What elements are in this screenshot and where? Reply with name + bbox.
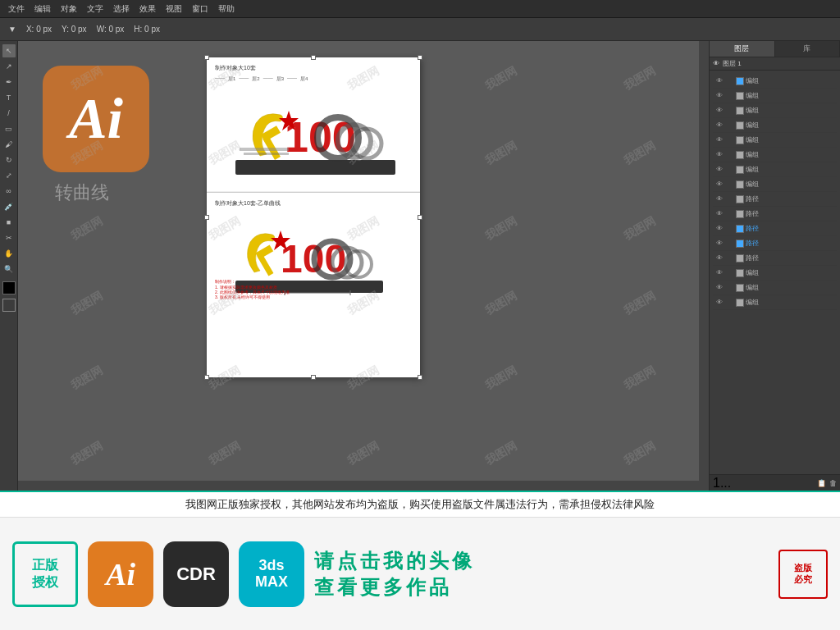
- layer-lock-icon[interactable]: [726, 225, 734, 233]
- layer-eye-icon[interactable]: 👁: [714, 76, 724, 86]
- layer-item[interactable]: 👁编组: [713, 89, 837, 103]
- layer-item[interactable]: 👁编组: [713, 177, 837, 192]
- menu-edit[interactable]: 编辑: [30, 3, 56, 15]
- layer-item[interactable]: 👁路径: [713, 236, 837, 251]
- layer-item[interactable]: 👁编组: [713, 162, 837, 177]
- layer-eye-icon[interactable]: 👁: [714, 194, 724, 204]
- stroke-color[interactable]: [2, 299, 16, 312]
- layer-eye-icon[interactable]: 👁: [714, 91, 724, 101]
- layer-item[interactable]: 👁编组: [713, 281, 837, 295]
- layer-item[interactable]: 👁编组: [713, 266, 837, 281]
- layer-eye-icon[interactable]: 👁: [714, 121, 724, 130]
- handle-tm[interactable]: [311, 55, 316, 60]
- layer-lock-icon[interactable]: [726, 284, 734, 292]
- layer-lock-icon[interactable]: [726, 151, 734, 159]
- layer-item[interactable]: 👁编组: [713, 133, 837, 148]
- handle-tr[interactable]: [418, 55, 422, 60]
- w-option[interactable]: W: 0 px: [94, 23, 128, 35]
- layer-eye-icon[interactable]: 👁: [714, 298, 724, 308]
- menu-view[interactable]: 视图: [161, 3, 187, 15]
- layer-lock-icon[interactable]: [726, 299, 734, 307]
- doc-image-area1: 100: [215, 86, 412, 185]
- select-tool[interactable]: ↖: [2, 44, 16, 57]
- layer-color-swatch: [736, 299, 744, 307]
- layer-eye-icon[interactable]: 👁: [714, 283, 724, 293]
- layer-eye-icon[interactable]: 👁: [714, 135, 724, 145]
- blend-tool[interactable]: ∞: [2, 185, 16, 198]
- zoom-tool[interactable]: 🔍: [2, 262, 16, 276]
- doc-footer: 制作说明： 1. 请根据实际需求更改颜色及材质 2. 此图纸仅供参考，具体尺寸以…: [215, 279, 290, 299]
- layer-eye-icon[interactable]: 👁: [714, 209, 724, 219]
- layer-lock-icon[interactable]: [726, 269, 734, 277]
- direct-select-tool[interactable]: ↗: [2, 60, 16, 73]
- tab-library[interactable]: 库: [775, 41, 841, 57]
- layer-item[interactable]: 👁编组: [713, 103, 837, 118]
- layer-eye-icon[interactable]: 👁: [714, 268, 724, 278]
- layer-eye-icon[interactable]: 👁: [714, 106, 724, 116]
- layer-lock-icon[interactable]: [726, 254, 734, 262]
- max-badge[interactable]: 3ds MAX: [239, 541, 304, 607]
- layer-item[interactable]: 👁编组: [713, 148, 837, 162]
- transform-option[interactable]: X: 0 px: [23, 23, 55, 35]
- layer-item[interactable]: 👁路径: [713, 192, 837, 207]
- layer-item[interactable]: 👁路径: [713, 221, 837, 236]
- hand-tool[interactable]: ✋: [2, 247, 16, 260]
- handle-br[interactable]: [418, 375, 422, 380]
- layer-lock-icon[interactable]: [726, 166, 734, 174]
- menu-text[interactable]: 文字: [82, 3, 108, 15]
- layer-eye-icon[interactable]: 👁: [714, 224, 724, 234]
- h-option[interactable]: H: 0 px: [130, 23, 163, 35]
- pen-tool[interactable]: ✒: [2, 75, 16, 89]
- layer-lock-icon[interactable]: [726, 240, 734, 248]
- handle-bl[interactable]: [204, 375, 209, 380]
- scroll-bottom[interactable]: [18, 481, 709, 491]
- legend: ——层1 ——层2 ——层3 ——层4: [215, 75, 412, 83]
- tab-layers[interactable]: 图层: [710, 41, 775, 57]
- layer-item[interactable]: 👁路径: [713, 251, 837, 266]
- menu-help[interactable]: 帮助: [213, 3, 240, 15]
- gradient-tool[interactable]: ■: [2, 216, 16, 229]
- menu-window[interactable]: 窗口: [187, 3, 213, 15]
- panel-content[interactable]: 👁编组👁编组👁编组👁编组👁编组👁编组👁编组👁编组👁路径👁路径👁路径👁路径👁路径👁…: [710, 71, 840, 474]
- scale-tool[interactable]: ⤢: [2, 169, 16, 182]
- layer-lock-icon[interactable]: [726, 210, 734, 218]
- menu-file[interactable]: 文件: [3, 3, 30, 15]
- layer-lock-icon[interactable]: [726, 195, 734, 203]
- scissors-tool[interactable]: ✂: [2, 231, 16, 244]
- layer-item[interactable]: 👁编组: [713, 295, 837, 310]
- line-tool[interactable]: /: [2, 107, 16, 120]
- menu-select[interactable]: 选择: [108, 3, 135, 15]
- layer-item[interactable]: 👁编组: [713, 74, 837, 89]
- brush-tool[interactable]: 🖌: [2, 138, 16, 151]
- ai-badge-bottom[interactable]: Ai: [88, 541, 153, 607]
- rotate-tool[interactable]: ↻: [2, 153, 16, 167]
- layer-lock-icon[interactable]: [726, 92, 734, 100]
- layer-eye-icon[interactable]: 👁: [714, 239, 724, 249]
- rect-tool[interactable]: ▭: [2, 122, 16, 135]
- layer-eye-icon[interactable]: 👁: [714, 253, 724, 263]
- canvas-area[interactable]: 我图网 我图网 我图网 我图网 我图网 我图网 我图网 我图网 我图网 我图网 …: [18, 41, 709, 491]
- type-tool[interactable]: T: [2, 91, 16, 104]
- select-tool-option[interactable]: ▼: [5, 23, 20, 35]
- scroll-right[interactable]: [699, 41, 709, 491]
- fill-color[interactable]: [2, 281, 16, 294]
- layer-eye-icon[interactable]: 👁: [714, 180, 724, 189]
- layer-eye-icon[interactable]: 👁: [714, 150, 724, 160]
- layer-lock-icon[interactable]: [726, 77, 734, 85]
- layer-lock-icon[interactable]: [726, 121, 734, 130]
- menu-effect[interactable]: 效果: [135, 3, 161, 15]
- menu-object[interactable]: 对象: [56, 3, 82, 15]
- y-option[interactable]: Y: 0 px: [58, 23, 90, 35]
- eyedropper-tool[interactable]: 💉: [2, 200, 16, 213]
- cdr-badge[interactable]: CDR: [163, 541, 229, 607]
- layer-lock-icon[interactable]: [726, 107, 734, 115]
- layer-lock-icon[interactable]: [726, 180, 734, 189]
- handle-bm[interactable]: [311, 375, 316, 380]
- make-layer-btn[interactable]: 📋: [817, 479, 826, 487]
- layer-item[interactable]: 👁路径: [713, 207, 837, 221]
- layer-eye-icon[interactable]: 👁: [714, 165, 724, 175]
- trash-btn[interactable]: 🗑: [829, 479, 837, 487]
- handle-tl[interactable]: [204, 55, 209, 60]
- layer-item[interactable]: 👁编组: [713, 118, 837, 133]
- layer-lock-icon[interactable]: [726, 136, 734, 144]
